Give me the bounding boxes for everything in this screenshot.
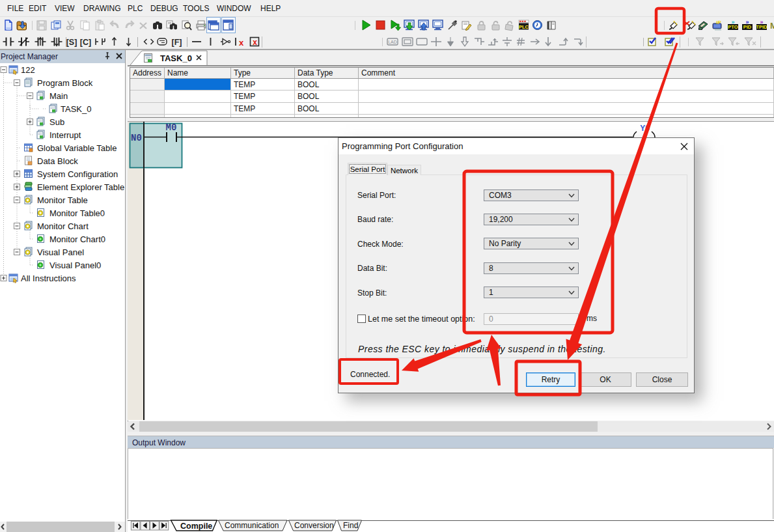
svg-text:Data Block: Data Block (37, 156, 78, 166)
svg-text:N0: N0 (131, 133, 142, 143)
svg-text:Sub: Sub (49, 117, 64, 127)
svg-text:iP: iP (716, 20, 721, 25)
svg-text:Conversion: Conversion (294, 521, 334, 530)
svg-text:x: x (253, 38, 257, 47)
svg-text:Y0: Y0 (640, 124, 650, 133)
svg-text:Find: Find (343, 521, 358, 530)
svg-text:[F]: [F] (172, 38, 182, 47)
svg-text:LAD: LAD (388, 40, 397, 44)
svg-text:Monitor Chart0: Monitor Chart0 (49, 234, 105, 244)
svg-text:x: x (239, 38, 244, 48)
svg-text:System Configuration: System Configuration (37, 169, 118, 179)
svg-text:PTO: PTO (728, 24, 738, 30)
svg-text:Main: Main (49, 91, 68, 101)
svg-text:Visual Panel: Visual Panel (37, 247, 84, 257)
svg-text:TASK_0: TASK_0 (160, 53, 192, 63)
svg-text:M: M (770, 21, 774, 31)
svg-text:Monitor Table0: Monitor Table0 (49, 208, 105, 218)
svg-text:122: 122 (21, 65, 35, 75)
svg-text:Visual Panel0: Visual Panel0 (49, 260, 101, 270)
svg-text:[S]: [S] (66, 38, 77, 47)
svg-text:Communication: Communication (225, 521, 279, 530)
svg-text:Monitor Table: Monitor Table (37, 195, 88, 205)
svg-text:Monitor Chart: Monitor Chart (37, 221, 89, 231)
svg-text:Element Explorer Table: Element Explorer Table (37, 182, 124, 192)
svg-text:Interrupt: Interrupt (49, 130, 81, 140)
svg-text:TPID: TPID (756, 24, 767, 30)
svg-text:Compile: Compile (180, 522, 212, 531)
svg-text:M0: M0 (166, 122, 177, 133)
svg-text:[C]: [C] (80, 38, 91, 47)
svg-text:PLC: PLC (519, 24, 529, 30)
svg-text:Program Block: Program Block (37, 78, 93, 88)
svg-text:All Instructions: All Instructions (21, 273, 76, 283)
svg-text:Global Variable Table: Global Variable Table (37, 143, 117, 153)
svg-text:PID: PID (743, 24, 752, 30)
svg-text:TASK_0: TASK_0 (61, 104, 91, 114)
